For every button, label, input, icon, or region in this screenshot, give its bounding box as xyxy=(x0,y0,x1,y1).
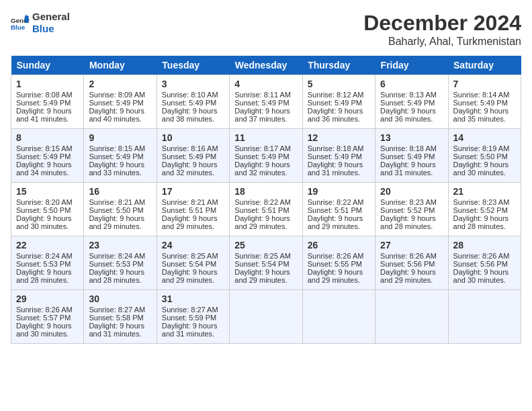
calendar-cell-16: 16 Sunrise: 8:21 AM Sunset: 5:50 PM Dayl… xyxy=(84,183,157,236)
daylight: Daylight: 9 hours and 31 minutes. xyxy=(308,161,363,177)
sunrise: Sunrise: 8:13 AM xyxy=(380,91,437,99)
calendar-cell-28: 28 Sunrise: 8:26 AM Sunset: 5:56 PM Dayl… xyxy=(448,236,521,290)
sunrise: Sunrise: 8:25 AM xyxy=(162,252,218,260)
day-number: 3 xyxy=(162,79,224,89)
calendar-cell-25: 25 Sunrise: 8:25 AM Sunset: 5:54 PM Dayl… xyxy=(230,236,302,290)
sunset: Sunset: 5:50 PM xyxy=(89,206,143,214)
day-number: 30 xyxy=(89,293,151,304)
sunrise: Sunrise: 8:24 AM xyxy=(16,252,73,260)
daylight: Daylight: 9 hours and 29 minutes. xyxy=(162,268,218,284)
daylight: Daylight: 9 hours and 28 minutes. xyxy=(16,268,72,284)
sunset: Sunset: 5:49 PM xyxy=(162,99,216,107)
calendar-cell-7: 7 Sunrise: 8:14 AM Sunset: 5:49 PM Dayli… xyxy=(448,75,521,129)
sunrise: Sunrise: 8:16 AM xyxy=(162,144,218,152)
calendar-cell-26: 26 Sunrise: 8:26 AM Sunset: 5:55 PM Dayl… xyxy=(302,236,375,290)
sunrise: Sunrise: 8:09 AM xyxy=(89,91,145,99)
sunset: Sunset: 5:49 PM xyxy=(234,99,289,107)
sunset: Sunset: 5:49 PM xyxy=(308,99,362,107)
day-number: 11 xyxy=(234,132,297,143)
day-number: 23 xyxy=(89,240,151,250)
sunset: Sunset: 5:49 PM xyxy=(308,152,362,161)
daylight: Daylight: 9 hours and 29 minutes. xyxy=(89,214,144,230)
sunrise: Sunrise: 8:14 AM xyxy=(453,91,510,99)
sunset: Sunset: 5:49 PM xyxy=(380,152,435,161)
calendar-cell-24: 24 Sunrise: 8:25 AM Sunset: 5:54 PM Dayl… xyxy=(157,236,229,290)
daylight: Daylight: 9 hours and 32 minutes. xyxy=(234,161,290,177)
daylight: Daylight: 9 hours and 30 minutes. xyxy=(16,322,72,338)
calendar-cell-empty xyxy=(230,290,302,344)
day-number: 14 xyxy=(453,132,516,143)
sunset: Sunset: 5:49 PM xyxy=(380,99,435,107)
daylight: Daylight: 9 hours and 38 minutes. xyxy=(162,107,218,123)
day-number: 15 xyxy=(16,186,79,197)
sunrise: Sunrise: 8:23 AM xyxy=(380,198,437,206)
daylight: Daylight: 9 hours and 40 minutes. xyxy=(89,107,144,123)
col-thursday: Thursday xyxy=(302,56,375,75)
calendar-cell-empty xyxy=(375,290,448,344)
day-number: 26 xyxy=(308,240,370,250)
sunset: Sunset: 5:51 PM xyxy=(162,206,216,214)
sunrise: Sunrise: 8:26 AM xyxy=(308,252,364,260)
calendar-cell-12: 12 Sunrise: 8:18 AM Sunset: 5:49 PM Dayl… xyxy=(302,129,375,183)
calendar-cell-20: 20 Sunrise: 8:23 AM Sunset: 5:52 PM Dayl… xyxy=(375,183,448,236)
calendar-table: Sunday Monday Tuesday Wednesday Thursday… xyxy=(11,56,521,344)
calendar-cell-3: 3 Sunrise: 8:10 AM Sunset: 5:49 PM Dayli… xyxy=(157,75,229,129)
daylight: Daylight: 9 hours and 29 minutes. xyxy=(234,214,290,230)
daylight: Daylight: 9 hours and 32 minutes. xyxy=(162,161,218,177)
day-number: 7 xyxy=(453,79,516,89)
day-number: 21 xyxy=(453,186,516,197)
daylight: Daylight: 9 hours and 33 minutes. xyxy=(89,161,144,177)
page-header: General Blue General Blue December 2024 … xyxy=(11,11,521,48)
sunset: Sunset: 5:49 PM xyxy=(234,152,289,161)
sunset: Sunset: 5:52 PM xyxy=(453,206,508,214)
day-number: 10 xyxy=(162,132,224,143)
col-tuesday: Tuesday xyxy=(157,56,229,75)
calendar-cell-11: 11 Sunrise: 8:17 AM Sunset: 5:49 PM Dayl… xyxy=(230,129,302,183)
sunset: Sunset: 5:53 PM xyxy=(16,260,71,268)
sunset: Sunset: 5:51 PM xyxy=(234,206,289,214)
calendar-cell-27: 27 Sunrise: 8:26 AM Sunset: 5:56 PM Dayl… xyxy=(375,236,448,290)
sunset: Sunset: 5:59 PM xyxy=(162,314,216,322)
calendar-cell-21: 21 Sunrise: 8:23 AM Sunset: 5:52 PM Dayl… xyxy=(448,183,521,236)
day-number: 24 xyxy=(162,240,224,250)
sunrise: Sunrise: 8:26 AM xyxy=(453,252,510,260)
logo-icon: General Blue xyxy=(11,13,30,32)
day-number: 29 xyxy=(16,293,79,304)
calendar-cell-2: 2 Sunrise: 8:09 AM Sunset: 5:49 PM Dayli… xyxy=(84,75,157,129)
day-number: 27 xyxy=(380,240,443,250)
location-title: Baharly, Ahal, Turkmenistan xyxy=(363,36,521,48)
calendar-cell-22: 22 Sunrise: 8:24 AM Sunset: 5:53 PM Dayl… xyxy=(11,236,84,290)
daylight: Daylight: 9 hours and 31 minutes. xyxy=(162,322,218,338)
sunset: Sunset: 5:56 PM xyxy=(380,260,435,268)
calendar-cell-5: 5 Sunrise: 8:12 AM Sunset: 5:49 PM Dayli… xyxy=(302,75,375,129)
sunset: Sunset: 5:58 PM xyxy=(89,314,143,322)
sunrise: Sunrise: 8:21 AM xyxy=(162,198,218,206)
sunrise: Sunrise: 8:18 AM xyxy=(308,144,364,152)
sunset: Sunset: 5:55 PM xyxy=(308,260,362,268)
sunset: Sunset: 5:51 PM xyxy=(308,206,362,214)
sunrise: Sunrise: 8:15 AM xyxy=(16,144,73,152)
sunset: Sunset: 5:57 PM xyxy=(16,314,71,322)
day-number: 28 xyxy=(453,240,516,250)
sunrise: Sunrise: 8:15 AM xyxy=(89,144,145,152)
daylight: Daylight: 9 hours and 28 minutes. xyxy=(380,214,436,230)
day-number: 8 xyxy=(16,132,79,143)
calendar-cell-empty xyxy=(448,290,521,344)
daylight: Daylight: 9 hours and 29 minutes. xyxy=(162,214,218,230)
day-number: 12 xyxy=(308,132,370,143)
calendar-cell-29: 29 Sunrise: 8:26 AM Sunset: 5:57 PM Dayl… xyxy=(11,290,84,344)
sunset: Sunset: 5:54 PM xyxy=(162,260,216,268)
sunrise: Sunrise: 8:27 AM xyxy=(89,306,145,314)
sunrise: Sunrise: 8:08 AM xyxy=(16,91,73,99)
logo-blue: Blue xyxy=(32,23,70,35)
day-number: 5 xyxy=(308,79,370,89)
month-title: December 2024 xyxy=(363,11,521,36)
sunrise: Sunrise: 8:26 AM xyxy=(16,306,73,314)
day-number: 2 xyxy=(89,79,151,89)
sunrise: Sunrise: 8:10 AM xyxy=(162,91,218,99)
calendar-cell-14: 14 Sunrise: 8:19 AM Sunset: 5:50 PM Dayl… xyxy=(448,129,521,183)
calendar-row-5: 29 Sunrise: 8:26 AM Sunset: 5:57 PM Dayl… xyxy=(11,290,521,344)
sunrise: Sunrise: 8:21 AM xyxy=(89,198,145,206)
day-number: 1 xyxy=(16,79,79,89)
calendar-cell-9: 9 Sunrise: 8:15 AM Sunset: 5:49 PM Dayli… xyxy=(84,129,157,183)
